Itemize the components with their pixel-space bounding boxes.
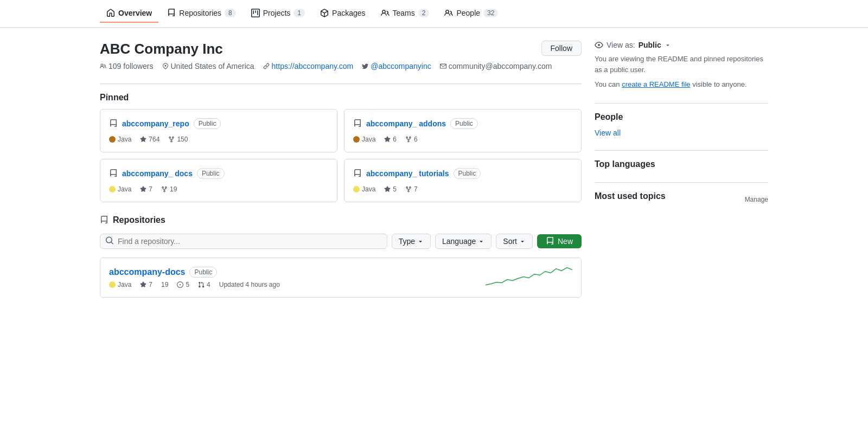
pinned-lang-3: Java	[353, 185, 375, 193]
view-as-value: Public	[639, 41, 661, 49]
twitter-meta: @abccompanyinc	[362, 62, 431, 70]
most-used-topics-title: Most used topics	[595, 191, 666, 201]
nav-item-packages[interactable]: Packages	[314, 4, 372, 23]
email-meta: community@abccompany.com	[440, 62, 552, 70]
create-readme-link[interactable]: create a README file	[622, 80, 690, 88]
pinned-forks-1: 6	[405, 136, 418, 143]
eye-icon	[595, 41, 603, 49]
repo-card-icon-3	[353, 169, 362, 178]
pr-icon-0	[198, 281, 205, 288]
people-icon	[444, 9, 453, 17]
pinned-forks-2: 19	[161, 185, 177, 193]
pinned-stars-1: 6	[384, 136, 397, 143]
view-as-chevron[interactable]	[665, 42, 671, 48]
view-as-label: View as:	[607, 41, 635, 49]
pinned-card-link-2[interactable]: abccompany_ docs	[122, 169, 193, 178]
pinned-stars-3: 5	[384, 185, 397, 193]
repo-item-link-0[interactable]: abccompany-docs	[109, 267, 185, 277]
repo-item-badge-0: Public	[189, 267, 217, 278]
search-input[interactable]	[100, 234, 387, 249]
pinned-forks-0: 150	[168, 136, 188, 143]
pinned-section: Pinned abccompany_repo Public Java	[100, 93, 582, 202]
repo-open-issues-0: 5	[177, 281, 189, 288]
repo-item-0: abccompany-docs Public Java 7	[100, 258, 581, 297]
top-nav: Overview Repositories 8 Projects 1 Packa…	[0, 0, 868, 28]
repo-lang-dot-0	[109, 281, 116, 288]
repo-updated-0: Updated 4 hours ago	[219, 281, 280, 288]
fork-icon-0	[168, 136, 175, 143]
pinned-lang-0: Java	[109, 136, 131, 143]
pinned-card-0: abccompany_repo Public Java 764	[100, 109, 337, 152]
star-icon-2	[140, 186, 146, 192]
org-name: ABC Company Inc	[100, 41, 582, 57]
twitter-link[interactable]: @abccompanyinc	[371, 62, 431, 70]
topics-row: Most used topics Manage	[595, 191, 768, 208]
nav-item-teams[interactable]: Teams 2	[374, 4, 436, 23]
pinned-stars-2: 7	[140, 185, 152, 193]
search-icon	[105, 236, 114, 247]
repositories-section: Repositories Type Language	[100, 215, 582, 298]
repo-prs-0: 4	[198, 281, 210, 288]
nav-item-people[interactable]: People 32	[438, 4, 505, 23]
nav-item-projects[interactable]: Projects 1	[245, 4, 311, 23]
sidebar-divider-3	[595, 182, 768, 183]
projects-count-badge: 1	[293, 9, 305, 17]
pinned-card-link-0[interactable]: abccompany_repo	[122, 119, 189, 128]
follow-button[interactable]: Follow	[541, 41, 582, 56]
sort-filter-button[interactable]: Sort	[496, 234, 533, 249]
website-meta: https://abccompany.com	[263, 62, 354, 70]
sparkline-0	[486, 264, 572, 292]
nav-packages-label: Packages	[332, 9, 365, 17]
location-meta: United States of America	[162, 62, 254, 70]
nav-item-repositories[interactable]: Repositories 8	[161, 4, 242, 23]
lang-dot-0	[109, 136, 116, 143]
type-filter-button[interactable]: Type	[392, 234, 431, 249]
twitter-icon	[362, 63, 368, 69]
nav-teams-label: Teams	[393, 9, 415, 17]
new-repo-icon	[546, 237, 554, 246]
nav-overview-label: Overview	[118, 9, 152, 17]
star-icon-0	[140, 136, 146, 143]
pinned-card-3: abccompany_ tutorials Public Java 5	[344, 159, 582, 202]
team-icon	[381, 9, 390, 17]
people-count-badge: 32	[483, 9, 498, 17]
search-input-wrap	[100, 234, 387, 249]
top-languages-section: Top languages	[595, 159, 768, 169]
manage-topics-link[interactable]: Manage	[745, 196, 768, 203]
teams-count-badge: 2	[418, 9, 430, 17]
fork-icon-2	[161, 186, 168, 192]
nav-repositories-label: Repositories	[179, 9, 221, 17]
language-filter-button[interactable]: Language	[435, 234, 492, 249]
most-used-topics-section: Most used topics Manage	[595, 191, 768, 208]
repo-list: abccompany-docs Public Java 7	[100, 258, 582, 298]
people-view-all-link[interactable]: View all	[595, 129, 621, 137]
new-repo-button[interactable]: New	[537, 234, 582, 248]
followers-icon	[100, 63, 106, 69]
profile-header: Follow ABC Company Inc 109 followers Uni…	[100, 41, 582, 70]
repo-section-title: Repositories	[113, 215, 165, 225]
followers-count: 109 followers	[108, 62, 154, 70]
star-icon-3	[384, 186, 391, 192]
project-icon	[251, 9, 260, 17]
pinned-card-link-3[interactable]: abccompany_ tutorials	[366, 169, 449, 178]
profile-divider	[100, 83, 582, 84]
pinned-card-badge-1: Public	[450, 118, 478, 129]
repositories-count-badge: 8	[225, 9, 236, 17]
pinned-lang-2: Java	[109, 185, 131, 193]
nav-people-label: People	[456, 9, 480, 17]
home-icon	[106, 9, 115, 17]
nav-projects-label: Projects	[263, 9, 291, 17]
sort-chevron-icon	[519, 238, 526, 245]
website-link[interactable]: https://abccompany.com	[272, 62, 354, 70]
pinned-card-link-1[interactable]: abccompany_ addons	[366, 119, 446, 128]
repo-card-icon-2	[109, 169, 118, 178]
content-area: Follow ABC Company Inc 109 followers Uni…	[100, 41, 582, 298]
repo-filter-row: Type Language Sort New	[100, 234, 582, 249]
repo-lang-0: Java	[109, 281, 131, 288]
pinned-card-2: abccompany_ docs Public Java 7	[100, 159, 337, 202]
nav-item-overview[interactable]: Overview	[100, 4, 158, 23]
view-as-section: View as: Public You are viewing the READ…	[595, 41, 768, 90]
sidebar-divider-1	[595, 103, 768, 104]
pinned-grid: abccompany_repo Public Java 764	[100, 109, 582, 202]
followers-meta: 109 followers	[100, 62, 154, 70]
